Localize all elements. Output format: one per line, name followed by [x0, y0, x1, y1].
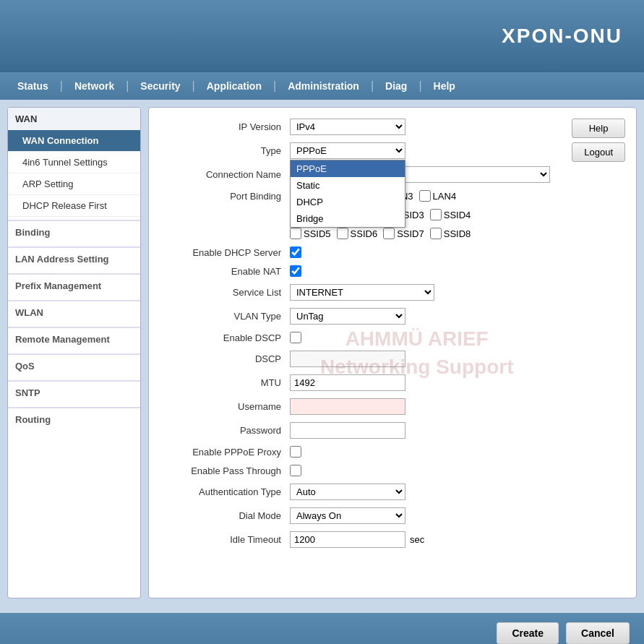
sidebar-prefix-mgmt-title: Prefix Management	[8, 273, 140, 297]
type-dropdown-overlay: PPPoE Static DHCP Bridge	[290, 160, 405, 228]
password-row: Password	[163, 422, 622, 439]
sidebar-binding-title: Binding	[8, 220, 140, 244]
ssid7-check[interactable]: SSID7	[383, 228, 424, 239]
dial-mode-label: Dial Mode	[163, 510, 290, 521]
nav-network[interactable]: Network	[64, 74, 124, 98]
dropdown-option-bridge[interactable]: Bridge	[291, 210, 405, 227]
enable-pass-through-checkbox[interactable]	[290, 465, 301, 476]
nav-help[interactable]: Help	[424, 74, 465, 98]
cancel-button[interactable]: Cancel	[566, 622, 630, 644]
enable-nat-checkbox[interactable]	[290, 265, 301, 277]
dial-mode-select[interactable]: Always On	[290, 507, 405, 524]
nav-status[interactable]: Status	[7, 74, 59, 98]
enable-pppoe-proxy-checkbox[interactable]	[290, 446, 301, 458]
ip-version-label: IP Version	[163, 121, 290, 132]
enable-pppoe-proxy-label: Enable PPPoE Proxy	[163, 447, 290, 458]
sidebar-remote-mgmt-title: Remote Management	[8, 327, 140, 351]
password-input[interactable]	[290, 422, 405, 439]
top-header: XPON-ONU	[0, 0, 644, 72]
idle-timeout-unit: sec	[410, 534, 424, 545]
username-label: Username	[163, 401, 290, 412]
idle-timeout-label: Idle Timeout	[163, 534, 290, 545]
sidebar-item-4in6-tunnel[interactable]: 4in6 Tunnel Settings	[8, 152, 140, 173]
content-area: AHMMÜ ARIEF Networking Support Help Logo…	[148, 107, 637, 598]
sidebar-lan-address-title: LAN Address Setting	[8, 246, 140, 270]
ssid-checkboxes-2: SSID5 SSID6 SSID7 SSID8	[290, 228, 471, 239]
connection-name-label: Connection Name	[163, 169, 290, 180]
idle-timeout-row: Idle Timeout sec	[163, 531, 622, 548]
dscp-label: DSCP	[163, 353, 290, 364]
port-binding-lan4[interactable]: LAN4	[419, 190, 457, 202]
idle-timeout-input[interactable]	[290, 531, 405, 548]
nav-application[interactable]: Application	[197, 74, 272, 98]
sidebar: WAN WAN Connection 4in6 Tunnel Settings …	[7, 107, 141, 598]
dscp-row: DSCP	[163, 351, 622, 367]
sidebar-wan-title: WAN	[8, 108, 140, 130]
dropdown-option-dhcp[interactable]: DHCP	[291, 194, 405, 210]
mtu-input[interactable]	[290, 374, 405, 391]
bottom-bar: Create Cancel	[0, 613, 644, 644]
ssid8-check[interactable]: SSID8	[430, 228, 471, 239]
auth-type-label: Authentication Type	[163, 486, 290, 497]
enable-dscp-row: Enable DSCP	[163, 332, 622, 343]
sidebar-item-dhcp-release[interactable]: DHCP Release First	[8, 195, 140, 217]
nav-security[interactable]: Security	[130, 74, 190, 98]
ssid-row2: SSID5 SSID6 SSID7 SSID8	[163, 228, 622, 239]
nav-diag[interactable]: Diag	[375, 74, 417, 98]
sidebar-item-wan-connection[interactable]: WAN Connection	[8, 130, 140, 152]
port-binding-label: Port Binding	[163, 191, 290, 202]
type-select-container: PPPoE Static DHCP Bridge PPPoE Static DH…	[290, 142, 405, 159]
username-input[interactable]	[290, 398, 405, 415]
enable-nat-label: Enable NAT	[163, 266, 290, 277]
dial-mode-row: Dial Mode Always On	[163, 507, 622, 524]
enable-pass-through-label: Enable Pass Through	[163, 465, 290, 476]
mtu-row: MTU	[163, 374, 622, 391]
nav-administration[interactable]: Administration	[278, 74, 369, 98]
main-layout: WAN WAN Connection 4in6 Tunnel Settings …	[0, 100, 644, 606]
vlan-type-row: VLAN Type UnTag	[163, 308, 622, 325]
app-title: XPON-ONU	[502, 25, 622, 48]
enable-nat-row: Enable NAT	[163, 265, 622, 277]
vlan-type-label: VLAN Type	[163, 311, 290, 322]
sidebar-wlan-title: WLAN	[8, 300, 140, 324]
ssid4-check[interactable]: SSID4	[430, 209, 471, 220]
auth-type-select[interactable]: Auto	[290, 484, 405, 500]
vlan-type-select[interactable]: UnTag	[290, 308, 405, 325]
type-label: Type	[163, 145, 290, 156]
enable-dscp-checkbox[interactable]	[290, 332, 301, 343]
enable-dscp-label: Enable DSCP	[163, 332, 290, 343]
enable-pass-through-row: Enable Pass Through	[163, 465, 622, 476]
service-list-row: Service List INTERNET	[163, 284, 622, 301]
ssid5-check[interactable]: SSID5	[290, 228, 331, 239]
sidebar-qos-title: QoS	[8, 353, 140, 377]
create-button[interactable]: Create	[497, 622, 559, 644]
password-label: Password	[163, 425, 290, 436]
mtu-label: MTU	[163, 377, 290, 388]
sidebar-item-arp-setting[interactable]: ARP Setting	[8, 173, 140, 195]
type-row: Type PPPoE Static DHCP Bridge PPPoE Stat…	[163, 142, 622, 159]
enable-dhcp-checkbox[interactable]	[290, 246, 301, 258]
enable-dhcp-label: Enable DHCP Server	[163, 247, 290, 258]
ip-version-select[interactable]: IPv4	[290, 119, 405, 135]
nav-bar: Status | Network | Security | Applicatio…	[0, 72, 644, 100]
dscp-input[interactable]	[290, 351, 405, 367]
dropdown-option-static[interactable]: Static	[291, 177, 405, 194]
auth-type-row: Authentication Type Auto	[163, 484, 622, 500]
enable-dhcp-row: Enable DHCP Server	[163, 246, 622, 258]
sidebar-sntp-title: SNTP	[8, 380, 140, 404]
ssid6-check[interactable]: SSID6	[337, 228, 378, 239]
dropdown-option-pppoe[interactable]: PPPoE	[291, 160, 405, 177]
username-row: Username	[163, 398, 622, 415]
service-list-label: Service List	[163, 287, 290, 298]
help-button[interactable]: Help	[572, 119, 625, 138]
ip-version-row: IP Version IPv4	[163, 119, 622, 135]
sidebar-routing-title: Routing	[8, 407, 140, 431]
service-list-select[interactable]: INTERNET	[290, 284, 434, 301]
type-select[interactable]: PPPoE Static DHCP Bridge	[290, 142, 405, 159]
enable-pppoe-proxy-row: Enable PPPoE Proxy	[163, 446, 622, 458]
